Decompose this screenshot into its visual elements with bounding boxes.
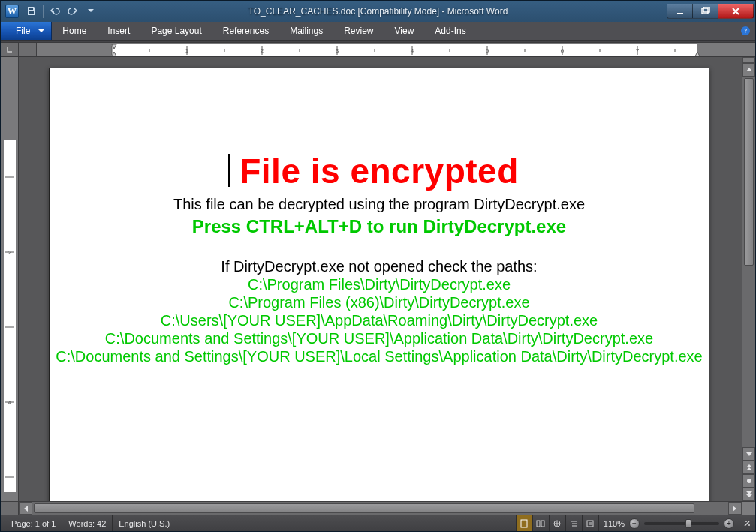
word-window: W TO_CLEAR_CACHES.doc [Compatibility Mod… [0, 0, 756, 532]
tab-mailings[interactable]: Mailings [279, 22, 333, 40]
horizontal-scrollbar[interactable] [19, 502, 742, 515]
svg-point-45 [747, 479, 751, 483]
scroll-thumb[interactable] [744, 78, 754, 266]
status-page[interactable]: Page: 1 of 1 [5, 515, 62, 531]
tab-selector[interactable] [1, 43, 19, 56]
save-icon[interactable] [23, 4, 40, 19]
svg-text:6: 6 [561, 47, 565, 54]
browse-object-icon[interactable] [742, 474, 755, 488]
tab-review[interactable]: Review [333, 22, 384, 40]
redo-icon[interactable] [65, 4, 81, 19]
svg-rect-37 [4, 140, 16, 492]
scroll-right-icon[interactable] [728, 502, 742, 515]
word-app-icon[interactable]: W [5, 5, 19, 18]
text-cursor [228, 154, 230, 187]
ruler-toggle-icon[interactable] [1, 502, 19, 515]
doc-heading: File is encrypted [239, 151, 519, 191]
status-page-text: Page: 1 of 1 [11, 519, 56, 528]
status-words[interactable]: Words: 42 [62, 515, 113, 531]
svg-rect-0 [29, 8, 33, 10]
close-button[interactable] [718, 4, 754, 19]
svg-text:?: ? [744, 27, 747, 35]
svg-rect-2 [88, 8, 94, 8]
ribbon-help-icon[interactable]: ? [736, 22, 755, 40]
tab-references[interactable]: References [212, 22, 279, 40]
hscroll-track[interactable] [32, 502, 728, 515]
zoom-controls: 110% − + [598, 515, 739, 531]
tab-label: Home [62, 26, 86, 36]
expand-statusbar-icon[interactable] [739, 515, 754, 531]
tab-insert[interactable]: Insert [97, 22, 140, 40]
horizontal-ruler[interactable]: 1 2 3 4 5 6 7 [37, 43, 755, 56]
outline-view-icon[interactable] [565, 515, 582, 531]
doc-subline: This file can be decrypted using the pro… [173, 196, 585, 213]
doc-path: C:\Program Files (x86)\Dirty\DirtyDecryp… [228, 293, 529, 311]
ruler-row: 1 2 3 4 5 6 7 [1, 42, 755, 57]
tab-view[interactable]: View [384, 22, 425, 40]
svg-rect-48 [541, 521, 544, 527]
doc-path: C:\Program Files\Dirty\DirtyDecrypt.exe [248, 275, 511, 293]
word-app-letter: W [8, 6, 17, 17]
web-layout-view-icon[interactable] [549, 515, 565, 531]
undo-icon[interactable] [47, 4, 63, 19]
tab-home[interactable]: Home [52, 22, 97, 40]
tab-label: Add-Ins [435, 26, 465, 36]
zoom-slider[interactable] [644, 522, 719, 525]
svg-text:7: 7 [636, 47, 640, 54]
quick-access-toolbar [23, 4, 99, 19]
document-page[interactable]: File is encrypted This file can be decry… [49, 68, 709, 501]
ribbon: File Home Insert Page Layout References … [1, 22, 755, 40]
svg-rect-46 [521, 520, 527, 527]
status-language[interactable]: English (U.S.) [113, 515, 176, 531]
maximize-button[interactable] [692, 4, 718, 19]
svg-text:3: 3 [336, 47, 339, 54]
svg-rect-4 [702, 8, 708, 14]
svg-rect-9 [112, 44, 697, 56]
scroll-up-icon[interactable] [742, 63, 755, 77]
doc-path: C:\Users\[YOUR USER]\AppData\Roaming\Dir… [161, 311, 598, 329]
scroll-down-icon[interactable] [742, 447, 755, 461]
tab-label: References [223, 26, 269, 36]
ruler-corner [19, 43, 37, 56]
svg-rect-50 [587, 521, 593, 527]
full-screen-reading-view-icon[interactable] [532, 515, 549, 531]
document-viewport[interactable]: File is encrypted This file can be decry… [19, 57, 742, 501]
tab-add-ins[interactable]: Add-Ins [424, 22, 476, 40]
zoom-out-button[interactable]: − [629, 518, 640, 529]
svg-rect-1 [29, 11, 34, 14]
status-bar: Page: 1 of 1 Words: 42 English (U.S.) 11… [1, 515, 755, 531]
qat-separator [43, 5, 44, 18]
vertical-scrollbar[interactable] [742, 57, 755, 501]
zoom-slider-thumb[interactable] [685, 519, 691, 528]
doc-check-line: If DirtyDecrypt.exe not opened check the… [221, 258, 537, 275]
tab-file[interactable]: File [1, 22, 52, 40]
zoom-in-button[interactable]: + [724, 518, 734, 529]
tab-page-layout[interactable]: Page Layout [140, 22, 212, 40]
vertical-ruler[interactable]: 2 4 [1, 57, 19, 501]
svg-text:2: 2 [8, 249, 12, 256]
next-page-icon[interactable] [742, 488, 755, 501]
draft-view-icon[interactable] [582, 515, 598, 531]
tab-file-label: File [16, 26, 30, 36]
doc-path: C:\Documents and Settings\[YOUR USER]\Ap… [105, 329, 653, 347]
prev-page-icon[interactable] [742, 461, 755, 474]
document-area: 2 4 File is encrypted This file can be d… [1, 57, 755, 501]
print-layout-view-icon[interactable] [516, 515, 532, 531]
doc-path: C:\Documents and Settings\[YOUR USER]\Lo… [56, 347, 702, 365]
qat-customize-icon[interactable] [83, 4, 99, 19]
status-words-text: Words: 42 [68, 519, 106, 528]
split-handle[interactable] [742, 57, 755, 63]
hscroll-thumb[interactable] [34, 503, 694, 513]
tab-label: View [395, 26, 414, 36]
tab-label: Mailings [290, 26, 323, 36]
zoom-level[interactable]: 110% [604, 519, 625, 528]
minimize-button[interactable] [667, 4, 692, 19]
svg-rect-5 [703, 7, 709, 12]
title-bar: W TO_CLEAR_CACHES.doc [Compatibility Mod… [1, 1, 755, 22]
svg-rect-3 [677, 13, 683, 14]
svg-rect-47 [537, 521, 540, 527]
scroll-track[interactable] [742, 77, 755, 447]
tab-label: Page Layout [151, 26, 201, 36]
scroll-left-icon[interactable] [19, 502, 32, 515]
svg-text:5: 5 [486, 47, 489, 54]
